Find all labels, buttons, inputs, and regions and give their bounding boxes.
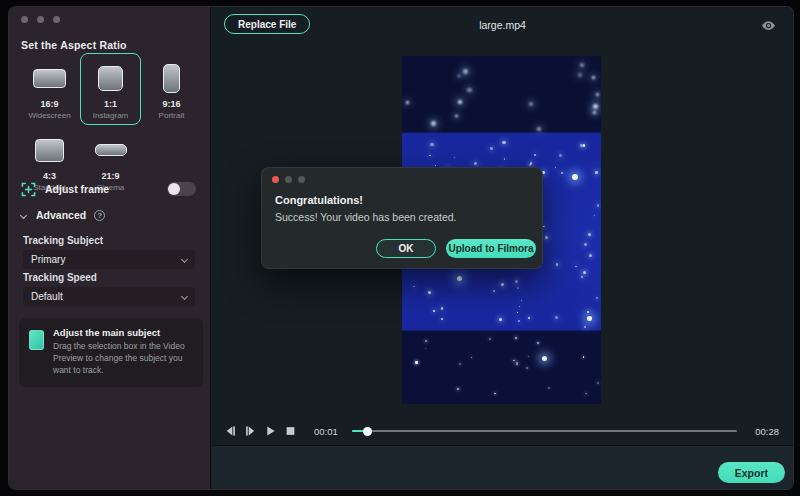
footer-bar: Export: [212, 445, 793, 489]
minimize-button[interactable]: [37, 16, 44, 23]
previous-frame-button[interactable]: [225, 425, 236, 437]
widescreen-shape-icon: [33, 69, 66, 88]
bright-star: [542, 356, 547, 361]
dialog-message: Success! Your video has been created.: [275, 211, 457, 223]
star: [441, 318, 442, 319]
star: [545, 236, 548, 239]
star: [592, 76, 595, 79]
tracking-subject-value: Primary: [31, 254, 65, 265]
dialog-title: Congratulations!: [275, 194, 363, 206]
star: [530, 162, 533, 165]
star: [455, 115, 458, 118]
aspect-name-label: Instagram: [93, 111, 129, 120]
eye-icon[interactable]: [761, 18, 777, 32]
star: [467, 88, 471, 92]
star: [457, 388, 459, 390]
star: [433, 310, 435, 312]
star: [580, 63, 584, 67]
star: [528, 317, 530, 319]
star: [406, 101, 408, 103]
bright-star: [572, 174, 578, 180]
star: [429, 155, 431, 157]
app-window: Set the Aspect Ratio 16:9 Widescreen 1:1…: [8, 6, 794, 490]
tracking-speed-select[interactable]: Default: [23, 287, 195, 306]
aspect-ratio-grid: 16:9 Widescreen 1:1 Instagram 9:16 Portr…: [19, 53, 203, 197]
ok-button[interactable]: OK: [376, 239, 436, 258]
slider-track: [352, 430, 737, 432]
star: [595, 171, 598, 174]
square-shape-icon: [98, 66, 123, 91]
upload-to-filmora-button[interactable]: Upload to Filmora: [446, 239, 536, 258]
aspect-option-9-16[interactable]: 9:16 Portrait: [141, 53, 202, 125]
aspect-name-label: Widescreen: [28, 111, 70, 120]
total-time: 00:28: [755, 426, 779, 437]
star: [537, 127, 540, 130]
success-dialog: Congratulations! Success! Your video has…: [261, 167, 543, 269]
star: [425, 340, 427, 342]
star: [584, 326, 586, 328]
star: [597, 382, 599, 384]
chevron-down-icon: [181, 293, 188, 300]
star: [583, 271, 586, 274]
star: [463, 69, 468, 74]
subject-box-icon: [29, 330, 44, 350]
next-frame-button[interactable]: [245, 425, 256, 437]
help-icon[interactable]: ?: [94, 210, 105, 221]
star: [489, 338, 491, 340]
star: [454, 157, 455, 158]
star: [581, 276, 583, 278]
window-controls: [21, 16, 60, 23]
star: [513, 360, 515, 362]
aspect-option-16-9[interactable]: 16:9 Widescreen: [19, 53, 80, 125]
tracking-subject-select[interactable]: Primary: [23, 250, 195, 269]
advanced-section-header[interactable]: Advanced ?: [21, 209, 105, 221]
dialog-close-button[interactable]: [272, 176, 279, 183]
tip-title: Adjust the main subject: [53, 327, 195, 338]
star: [597, 204, 600, 207]
playback-controls: 00:01 00:28: [212, 420, 793, 442]
dialog-zoom-button[interactable]: [298, 176, 305, 183]
adjust-frame-toggle[interactable]: [167, 182, 196, 196]
advanced-label: Advanced: [36, 209, 86, 221]
file-title: large.mp4: [212, 19, 793, 31]
star: [555, 167, 556, 168]
star: [504, 158, 505, 159]
chevron-down-icon: [181, 256, 188, 263]
star: [459, 363, 461, 365]
star: [529, 102, 533, 106]
chevron-down-icon: [20, 211, 27, 218]
star: [587, 311, 589, 313]
star: [575, 266, 577, 268]
star: [516, 362, 518, 364]
aspect-name-label: Portrait: [159, 111, 185, 120]
star: [588, 233, 591, 236]
close-button[interactable]: [21, 16, 28, 23]
star: [596, 297, 598, 299]
play-button[interactable]: [265, 425, 276, 437]
tracking-speed-label: Tracking Speed: [23, 272, 97, 283]
star: [583, 356, 584, 357]
dialog-window-controls: [272, 176, 305, 183]
aspect-option-1-1[interactable]: 1:1 Instagram: [80, 53, 141, 125]
star: [425, 348, 426, 349]
star: [561, 172, 563, 174]
star: [441, 307, 443, 309]
slider-handle[interactable]: [363, 427, 372, 436]
star: [589, 254, 592, 257]
export-button[interactable]: Export: [718, 462, 785, 483]
dialog-minimize-button[interactable]: [285, 176, 292, 183]
star: [537, 342, 539, 344]
star: [493, 290, 495, 292]
star: [458, 100, 462, 104]
bright-star: [457, 276, 462, 281]
star: [458, 75, 460, 77]
sidebar: Set the Aspect Ratio 16:9 Widescreen 1:1…: [9, 7, 211, 489]
stop-button[interactable]: [285, 425, 296, 437]
adjust-frame-icon: [21, 182, 36, 197]
seek-slider[interactable]: [352, 424, 737, 438]
tip-body: Drag the selection box in the Video Prev…: [53, 341, 195, 377]
topbar: Replace File large.mp4: [212, 7, 793, 43]
bright-star: [587, 316, 592, 321]
star: [517, 312, 518, 313]
zoom-button[interactable]: [53, 16, 60, 23]
